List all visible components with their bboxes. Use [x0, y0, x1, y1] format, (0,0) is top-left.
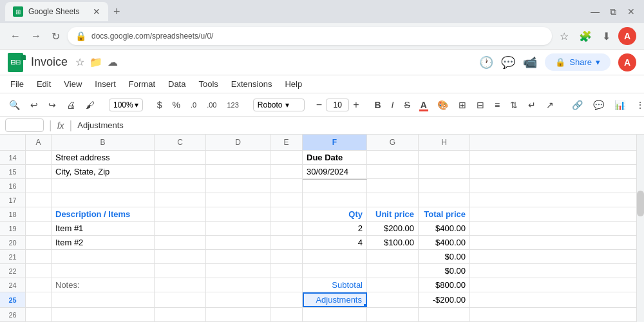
col-header-c[interactable]: C: [155, 135, 206, 150]
cell-f25-adjustments[interactable]: Adjustments: [303, 292, 367, 307]
cell-g17[interactable]: [367, 193, 419, 207]
close-window-button[interactable]: ✕: [623, 4, 639, 19]
redo-button[interactable]: ↪: [44, 97, 60, 113]
cell-b24-notes[interactable]: Notes:: [52, 278, 155, 292]
extensions-icon[interactable]: 🧩: [576, 28, 594, 45]
scrollbar-thumb[interactable]: [637, 191, 644, 216]
cell-c18[interactable]: [155, 207, 206, 221]
vertical-align-button[interactable]: ⇅: [506, 97, 522, 113]
cell-a26[interactable]: [26, 308, 52, 321]
cell-c17[interactable]: [155, 193, 206, 207]
insert-link-button[interactable]: 🔗: [568, 97, 587, 113]
cell-d15[interactable]: [206, 165, 270, 178]
folder-icon[interactable]: 📁: [90, 56, 102, 68]
cell-a15[interactable]: [26, 165, 52, 178]
menu-view[interactable]: View: [59, 77, 87, 91]
cell-b19-item1[interactable]: Item #1: [52, 222, 155, 235]
refresh-button[interactable]: ↻: [49, 28, 62, 45]
vertical-scrollbar[interactable]: [636, 135, 644, 322]
cell-e18[interactable]: [270, 207, 303, 221]
cell-a16[interactable]: [26, 179, 52, 193]
download-icon[interactable]: ⬇: [600, 28, 613, 45]
cell-b16[interactable]: [52, 179, 155, 193]
comments-icon[interactable]: 💬: [501, 55, 515, 70]
font-size-decrease-button[interactable]: −: [315, 99, 323, 111]
cell-h16[interactable]: [419, 179, 470, 193]
cell-g15[interactable]: [367, 165, 419, 178]
cell-c26[interactable]: [155, 308, 206, 321]
cell-g19-unit-price[interactable]: $200.00: [367, 222, 419, 235]
cell-c19[interactable]: [155, 222, 206, 235]
cell-d16[interactable]: [206, 179, 270, 193]
cell-c20[interactable]: [155, 236, 206, 249]
cell-h15[interactable]: [419, 165, 470, 178]
highlight-color-button[interactable]: 🎨: [433, 97, 452, 113]
forward-button[interactable]: →: [28, 28, 44, 44]
user-profile-avatar[interactable]: A: [618, 53, 636, 71]
cell-a18[interactable]: [26, 207, 52, 221]
cell-d18[interactable]: [206, 207, 270, 221]
cell-a21[interactable]: [26, 250, 52, 263]
number-format-button[interactable]: 123: [223, 99, 242, 111]
share-button[interactable]: 🔒 Share ▾: [545, 53, 611, 71]
decimal-decrease-button[interactable]: .0: [187, 99, 200, 111]
cell-f14[interactable]: Due Date: [303, 151, 367, 164]
insert-chart-button[interactable]: 📊: [611, 97, 629, 113]
text-color-button[interactable]: A: [417, 97, 431, 113]
cell-f19-qty[interactable]: 2: [303, 222, 367, 235]
text-wrap-button[interactable]: ↵: [524, 97, 540, 113]
cell-g25[interactable]: [367, 292, 419, 307]
menu-file[interactable]: File: [5, 77, 29, 91]
cell-e15[interactable]: [270, 165, 303, 178]
col-header-f[interactable]: F: [303, 135, 367, 150]
cell-f17[interactable]: [303, 193, 367, 207]
print-button[interactable]: 🖨: [62, 97, 79, 113]
cell-g18-unit-price[interactable]: Unit price: [367, 207, 419, 221]
col-header-a[interactable]: A: [26, 135, 52, 150]
cell-c16[interactable]: [155, 179, 206, 193]
cell-f24-subtotal-label[interactable]: Subtotal: [303, 278, 367, 292]
cell-e25[interactable]: [270, 292, 303, 307]
cell-h17[interactable]: [419, 193, 470, 207]
cell-e24[interactable]: [270, 278, 303, 292]
col-header-d[interactable]: D: [206, 135, 270, 150]
cell-g24[interactable]: [367, 278, 419, 292]
cell-a17[interactable]: [26, 193, 52, 207]
cell-b17[interactable]: [52, 193, 155, 207]
bold-button[interactable]: B: [370, 97, 384, 113]
cell-d19[interactable]: [206, 222, 270, 235]
percent-button[interactable]: %: [169, 97, 184, 113]
text-align-button[interactable]: ≡: [491, 97, 504, 113]
decimal-increase-button[interactable]: .00: [203, 99, 220, 111]
cell-c24[interactable]: [155, 278, 206, 292]
cell-b25[interactable]: [52, 292, 155, 307]
cell-c15[interactable]: [155, 165, 206, 178]
cell-b26[interactable]: [52, 308, 155, 321]
bookmark-icon[interactable]: ☆: [557, 28, 571, 45]
strikethrough-button[interactable]: S: [401, 97, 414, 113]
star-icon[interactable]: ☆: [75, 56, 84, 68]
cell-c22[interactable]: [155, 264, 206, 278]
cell-e14[interactable]: [270, 151, 303, 164]
cell-e19[interactable]: [270, 222, 303, 235]
cell-b18-description[interactable]: Description / Items: [52, 207, 155, 221]
minimize-button[interactable]: —: [587, 4, 603, 19]
cell-c21[interactable]: [155, 250, 206, 263]
cell-a14[interactable]: [26, 151, 52, 164]
menu-insert[interactable]: Insert: [90, 77, 121, 91]
col-header-g[interactable]: G: [367, 135, 419, 150]
cell-h20-total[interactable]: $400.00: [419, 236, 470, 249]
cell-a19[interactable]: [26, 222, 52, 235]
cell-h21-total[interactable]: $0.00: [419, 250, 470, 263]
cell-d22[interactable]: [206, 264, 270, 278]
cell-f26[interactable]: [303, 308, 367, 321]
cell-f18-qty[interactable]: Qty: [303, 207, 367, 221]
cell-g14[interactable]: [367, 151, 419, 164]
insert-comment-button[interactable]: 💬: [589, 97, 608, 113]
cell-e21[interactable]: [270, 250, 303, 263]
user-avatar[interactable]: A: [618, 27, 636, 45]
url-bar[interactable]: 🔒 docs.google.com/spreadsheets/u/0/: [68, 27, 552, 45]
cell-g21-unit-price[interactable]: [367, 250, 419, 263]
cell-h24-subtotal-val[interactable]: $800.00: [419, 278, 470, 292]
cell-d14[interactable]: [206, 151, 270, 164]
